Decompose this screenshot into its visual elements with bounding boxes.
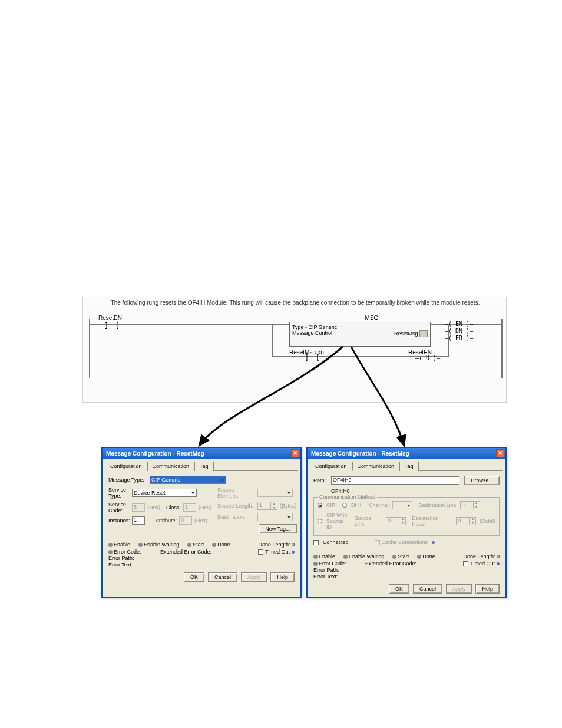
branch-wire bbox=[448, 324, 449, 357]
dialog-buttons: OK Cancel Apply Help bbox=[308, 582, 505, 597]
changed-indicator-icon bbox=[497, 562, 500, 565]
done-length: Done Length: 0 bbox=[463, 554, 500, 559]
msg-header: MSG bbox=[354, 315, 389, 321]
status-row: Enable Enable Waiting Start Done Done Le… bbox=[308, 551, 505, 559]
config-panel: Message Type: CIP Generic▼ Service Type:… bbox=[103, 471, 300, 539]
changed-indicator-icon bbox=[292, 551, 295, 554]
xic-symbol: ] [ bbox=[104, 322, 121, 330]
cip-srcid-radio bbox=[318, 519, 322, 523]
channel-combo: ▼ bbox=[392, 501, 412, 509]
branch-unlatch-coil: —( U )— bbox=[415, 355, 440, 361]
tab-tag[interactable]: Tag bbox=[194, 462, 214, 471]
dialog-buttons: OK Cancel Apply Help bbox=[103, 570, 300, 585]
message-config-dialog-communication: Message Configuration - ResetMsg ✕ Confi… bbox=[306, 447, 507, 598]
hex-label: (Hex) bbox=[194, 518, 207, 523]
msg-type-line: Type - CIP Generic bbox=[292, 324, 428, 330]
msg-config-button[interactable]: ... bbox=[419, 330, 428, 337]
status-led bbox=[108, 543, 113, 547]
attribute-input: 0 bbox=[179, 516, 192, 525]
power-rail-left bbox=[89, 319, 90, 378]
source-element-label: Source Element: bbox=[217, 487, 255, 499]
error-rows: Error Code: Extended Error Code: Error P… bbox=[308, 559, 505, 582]
source-element-combo: ▼ bbox=[257, 489, 293, 497]
apply-button[interactable]: Apply bbox=[446, 584, 472, 594]
path-input[interactable]: OF4IH0 bbox=[331, 476, 459, 485]
ladder-rung: The following rung resets the OF4IH Modu… bbox=[82, 297, 507, 403]
apply-button[interactable]: Apply bbox=[241, 572, 267, 582]
cancel-button[interactable]: Cancel bbox=[208, 572, 237, 582]
attribute-label: Attribute: bbox=[156, 518, 177, 523]
status-led bbox=[417, 555, 421, 559]
status-row: Enable Enable Waiting Start Done Done Le… bbox=[103, 539, 300, 548]
dest-link-spin: 0 bbox=[460, 501, 480, 509]
dialog-tabs: Configuration Communication Tag bbox=[105, 461, 298, 471]
dialog-tabs: Configuration Communication Tag bbox=[310, 461, 503, 471]
connected-checkbox[interactable] bbox=[313, 540, 319, 545]
dest-link-label: Destination Link: bbox=[418, 502, 458, 508]
cip-radio bbox=[318, 503, 322, 508]
changed-indicator-icon bbox=[432, 541, 435, 544]
comm-method-group: Communication Method CIP DH+ Channel: ▼ … bbox=[313, 497, 500, 536]
source-length-spin: 1 bbox=[257, 502, 277, 510]
close-icon[interactable]: ✕ bbox=[291, 449, 299, 457]
destination-combo: ▼ bbox=[257, 513, 293, 521]
service-type-combo[interactable]: Device Reset▼ bbox=[132, 489, 197, 497]
help-button[interactable]: Help bbox=[270, 572, 295, 582]
path-echo: OF4IH0 bbox=[331, 488, 350, 494]
hex-label: (Hex) bbox=[147, 505, 160, 510]
new-tag-button[interactable]: New Tag... bbox=[259, 524, 296, 533]
browse-button[interactable]: Browse... bbox=[464, 476, 500, 485]
class-label: Class: bbox=[166, 505, 181, 510]
service-code-label: Service Code: bbox=[108, 502, 130, 513]
hex-label: (Hex) bbox=[199, 505, 211, 510]
source-length-label: Source Length: bbox=[217, 503, 255, 509]
power-rail-right bbox=[501, 319, 503, 378]
service-type-label: Service Type: bbox=[108, 487, 130, 499]
status-led bbox=[313, 562, 318, 566]
status-led bbox=[392, 555, 396, 559]
cache-checkbox bbox=[375, 540, 380, 545]
tab-configuration[interactable]: Configuration bbox=[310, 462, 352, 471]
octal-label: (Octal) bbox=[480, 518, 495, 524]
source-link-label: Source Link: bbox=[355, 515, 384, 527]
bytes-label: (Bytes) bbox=[280, 503, 297, 509]
rung-comment: The following rung resets the OF4IH Modu… bbox=[107, 299, 484, 306]
msg-instruction[interactable]: Type - CIP Generic Message Control Reset… bbox=[289, 322, 431, 347]
status-led bbox=[313, 555, 318, 559]
tab-configuration[interactable]: Configuration bbox=[105, 462, 147, 471]
branch-wire bbox=[272, 324, 273, 357]
dialog-titlebar[interactable]: Message Configuration - ResetMsg ✕ bbox=[103, 448, 300, 459]
comm-method-title: Communication Method bbox=[318, 494, 377, 500]
dhplus-radio bbox=[342, 503, 347, 508]
ok-button[interactable]: OK bbox=[389, 584, 409, 594]
dialog-title: Message Configuration - ResetMsg bbox=[106, 450, 204, 457]
status-led bbox=[212, 543, 216, 547]
tab-tag[interactable]: Tag bbox=[399, 462, 419, 471]
message-type-combo[interactable]: CIP Generic▼ bbox=[150, 476, 226, 484]
channel-label: Channel: bbox=[369, 502, 390, 508]
dialog-title: Message Configuration - ResetMsg bbox=[311, 450, 409, 457]
cancel-button[interactable]: Cancel bbox=[413, 584, 442, 594]
class-input: 1 bbox=[183, 503, 196, 512]
status-led bbox=[108, 550, 113, 554]
status-led bbox=[343, 555, 348, 559]
dialog-titlebar[interactable]: Message Configuration - ResetMsg ✕ bbox=[308, 448, 505, 459]
instance-input[interactable]: 1 bbox=[132, 516, 145, 525]
message-config-dialog-configuration: Message Configuration - ResetMsg ✕ Confi… bbox=[101, 447, 302, 598]
msg-control-line: Message Control bbox=[292, 330, 332, 337]
message-type-label: Message Type: bbox=[108, 477, 147, 483]
branch-xic-symbol: ] [ bbox=[305, 354, 321, 362]
ok-button[interactable]: OK bbox=[184, 572, 204, 582]
dest-node-spin: 0 bbox=[456, 517, 476, 525]
close-icon[interactable]: ✕ bbox=[496, 449, 504, 457]
timed-out-checkbox[interactable] bbox=[463, 561, 468, 566]
connected-label: Connected bbox=[323, 539, 349, 545]
source-link-spin: 0 bbox=[386, 517, 406, 525]
msg-tag: ResetMsg bbox=[394, 331, 418, 337]
timed-out-checkbox[interactable] bbox=[258, 549, 263, 555]
help-button[interactable]: Help bbox=[475, 584, 500, 594]
service-code-input: 5 bbox=[132, 503, 145, 512]
path-label: Path: bbox=[313, 477, 329, 483]
tab-communication[interactable]: Communication bbox=[352, 462, 400, 471]
tab-communication[interactable]: Communication bbox=[147, 462, 195, 471]
